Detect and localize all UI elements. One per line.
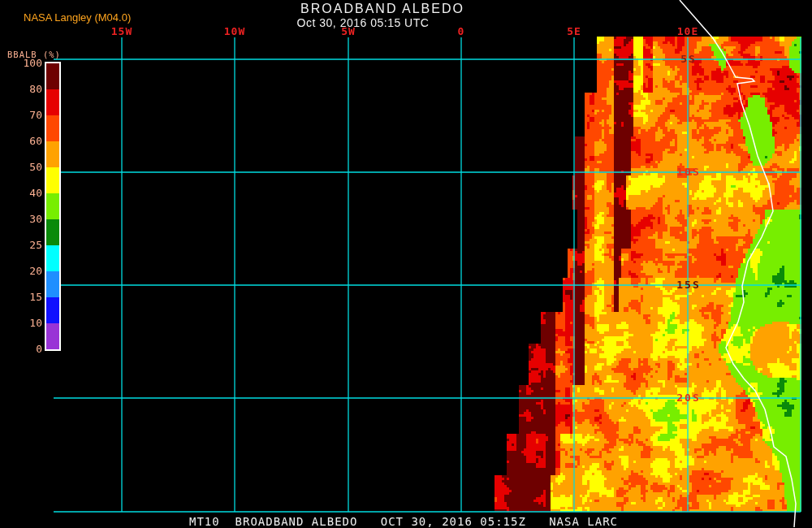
colorbar-tick-30: 30 xyxy=(15,213,42,226)
latitude-label-20S: 20S xyxy=(667,392,710,404)
longitude-label-5E: 5E xyxy=(550,25,598,37)
latitude-label-15S: 15S xyxy=(667,279,710,291)
colorbar-segment-25-30 xyxy=(46,219,59,245)
longitude-label-10W: 10W xyxy=(210,25,259,37)
colorbar-tick-70: 70 xyxy=(15,109,42,122)
footer-caption: MT10 BROADBAND ALBEDO OCT 30, 2016 05:15… xyxy=(189,515,618,528)
colorbar-tick-40: 40 xyxy=(15,187,42,200)
longitude-label-15W: 15W xyxy=(97,25,146,37)
latitude-label-5S: 5S xyxy=(667,53,710,65)
colorbar-segment-40-50 xyxy=(46,167,59,193)
colorbar-tick-50: 50 xyxy=(15,161,42,174)
colorbar-tick-25: 25 xyxy=(15,239,42,252)
agency-credit: NASA Langley (M04.0) xyxy=(24,11,131,24)
coastline xyxy=(680,0,796,527)
albedo-product-screenshot: NASA Langley (M04.0) BROADBAND ALBEDO Oc… xyxy=(0,0,812,528)
latlon-grid-overlay xyxy=(0,0,812,528)
colorbar-tick-15: 15 xyxy=(15,291,42,304)
page-title: BROADBAND ALBEDO xyxy=(300,2,464,16)
colorbar xyxy=(45,62,61,351)
longitude-label-5W: 5W xyxy=(324,25,373,37)
colorbar-segment-0-10 xyxy=(46,323,59,349)
colorbar-segment-30-40 xyxy=(46,193,59,219)
colorbar-segment-80-100 xyxy=(46,63,59,89)
colorbar-segment-20-25 xyxy=(46,245,59,271)
longitude-label-0: 0 xyxy=(437,25,486,37)
colorbar-segment-50-60 xyxy=(46,141,59,167)
colorbar-segment-60-70 xyxy=(46,115,59,141)
colorbar-segment-10-15 xyxy=(46,297,59,323)
colorbar-segment-70-80 xyxy=(46,89,59,115)
latitude-label-10S: 10S xyxy=(667,166,710,178)
colorbar-tick-10: 10 xyxy=(15,317,42,330)
colorbar-tick-20: 20 xyxy=(15,265,42,278)
longitude-label-10E: 10E xyxy=(663,25,712,37)
grid-lines xyxy=(54,37,801,512)
colorbar-segment-15-20 xyxy=(46,271,59,297)
colorbar-tick-80: 80 xyxy=(15,83,42,96)
colorbar-tick-0: 0 xyxy=(15,343,42,356)
colorbar-tick-60: 60 xyxy=(15,135,42,148)
colorbar-tick-100: 100 xyxy=(15,57,42,70)
